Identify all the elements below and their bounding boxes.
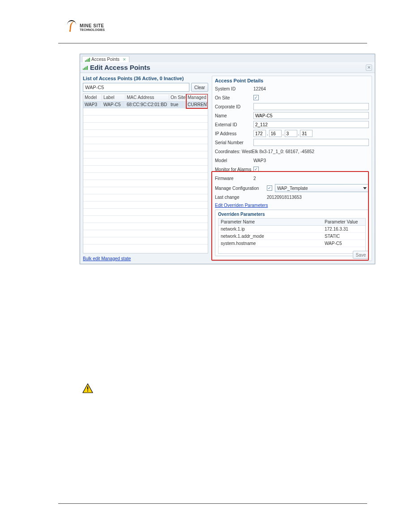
cell-model: WAP3 <box>83 102 102 107</box>
list-title: List of Access Points (36 Active, 0 Inac… <box>83 76 208 81</box>
left-panel: List of Access Points (36 Active, 0 Inac… <box>83 76 208 261</box>
lbl-managecfg: Manage Configuration <box>215 186 267 191</box>
app-frame: Access Points ✕ Edit Access Points ✕ Lis… <box>80 54 375 264</box>
override-header: Parameter Name Parameter Value <box>218 219 365 226</box>
corpid-input[interactable] <box>253 103 369 110</box>
override-row: system.hostnameWAP-C5 <box>218 240 365 247</box>
details-title: Access Point Details <box>215 78 369 83</box>
ovr-col-name: Parameter Name <box>218 219 322 225</box>
search-input[interactable] <box>83 83 189 92</box>
managecfg-checkbox[interactable] <box>267 185 272 191</box>
ip-octet-3[interactable] <box>285 130 297 137</box>
footer-divider <box>58 503 367 504</box>
tab-label: Access Points <box>91 57 120 62</box>
brand-header: MINE SITE TECHNOLOGIES <box>67 20 105 34</box>
page-title: Edit Access Points <box>90 64 150 71</box>
cell-mac: 68:CC:9C:C2:01:BD <box>125 102 169 107</box>
override-panel: Overriden Parameters Parameter Name Para… <box>215 210 369 256</box>
table-row[interactable]: WAP3 WAP-C5 68:CC:9C:C2:01:BD true CURRE… <box>83 101 208 108</box>
override-table: Parameter Name Parameter Value network.1… <box>218 218 366 254</box>
lbl-ip: IP Address <box>215 131 253 136</box>
val-coords: WestElk 8x3-17_1_0: 68167, -45852 <box>242 149 314 154</box>
lbl-name: Name <box>215 113 253 118</box>
cell-label: WAP-C5 <box>102 102 125 107</box>
svg-rect-2 <box>87 390 88 391</box>
monitor-checkbox[interactable] <box>253 167 259 172</box>
signal-icon <box>83 65 87 70</box>
extid-input[interactable] <box>253 121 369 128</box>
lbl-systemid: System ID <box>215 86 253 91</box>
val-systemid: 12264 <box>253 86 266 91</box>
template-combo[interactable]: WAP_Template <box>275 184 369 192</box>
tab-access-points[interactable]: Access Points ✕ <box>82 56 129 62</box>
brand-line2: TECHNOLOGIES <box>80 28 105 31</box>
header-divider <box>58 43 367 43</box>
warning-icon <box>82 383 93 393</box>
save-button[interactable]: Save <box>353 251 369 259</box>
lbl-coords: Coordinates: <box>215 149 242 154</box>
tab-close-icon[interactable]: ✕ <box>121 57 126 62</box>
ip-octet-2[interactable] <box>269 130 282 137</box>
chevron-down-icon <box>363 187 367 189</box>
panel-close-icon[interactable]: ✕ <box>366 64 372 71</box>
serial-input[interactable] <box>253 139 369 146</box>
lbl-model: Model <box>215 158 253 163</box>
cell-onsite: true <box>169 102 186 107</box>
cell-managed: CURRENT <box>186 102 208 107</box>
lbl-serial: Serial Number <box>215 140 253 145</box>
ovr-col-value: Parameter Value <box>322 219 365 225</box>
edit-override-link[interactable]: Edit Overriden Parameters <box>215 203 268 208</box>
grid-header: Model Label MAC Address On Site Managed <box>83 94 208 101</box>
title-bar: Edit Access Points ✕ <box>80 62 375 73</box>
override-row: network.1.addr_modeSTATIC <box>218 233 365 240</box>
template-combo-value: WAP_Template <box>277 186 308 191</box>
col-managed[interactable]: Managed <box>186 94 208 100</box>
lbl-monitor: Monitor for Alarms <box>215 167 253 172</box>
clear-button[interactable]: Clear <box>191 83 208 92</box>
ip-octet-1[interactable] <box>253 130 266 137</box>
details-panel: Access Point Details System ID12264 On S… <box>212 76 372 261</box>
onsite-checkbox[interactable] <box>253 95 259 100</box>
val-model: WAP3 <box>253 158 266 163</box>
brand-line1: MINE SITE <box>80 24 105 28</box>
col-mac[interactable]: MAC Address <box>125 94 169 100</box>
logo-text: MINE SITE TECHNOLOGIES <box>80 24 105 31</box>
col-model[interactable]: Model <box>83 94 102 100</box>
lbl-onsite: On Site <box>215 95 253 100</box>
logo-pick-icon <box>67 20 77 34</box>
lbl-lastchange: Last change <box>215 195 267 200</box>
col-label[interactable]: Label <box>102 94 125 100</box>
tab-strip: Access Points ✕ <box>80 54 375 62</box>
val-fw: 2 <box>253 176 256 181</box>
override-row: network.1.ip172.16.3.31 <box>218 226 365 233</box>
lbl-fw: Firmware <box>215 176 253 181</box>
signal-icon <box>85 57 90 62</box>
override-title: Overriden Parameters <box>218 212 366 217</box>
lbl-corpid: Corporate ID <box>215 104 253 109</box>
svg-rect-1 <box>87 386 88 390</box>
bulk-edit-link[interactable]: Bulk edit Managed state <box>83 256 208 261</box>
col-onsite[interactable]: On Site <box>169 94 186 100</box>
name-input[interactable] <box>253 112 369 119</box>
lbl-extid: External ID <box>215 122 253 127</box>
val-lastchange: 20120918113653 <box>267 195 302 200</box>
ip-octet-4[interactable] <box>300 130 313 137</box>
ap-grid[interactable]: Model Label MAC Address On Site Managed … <box>83 94 208 253</box>
